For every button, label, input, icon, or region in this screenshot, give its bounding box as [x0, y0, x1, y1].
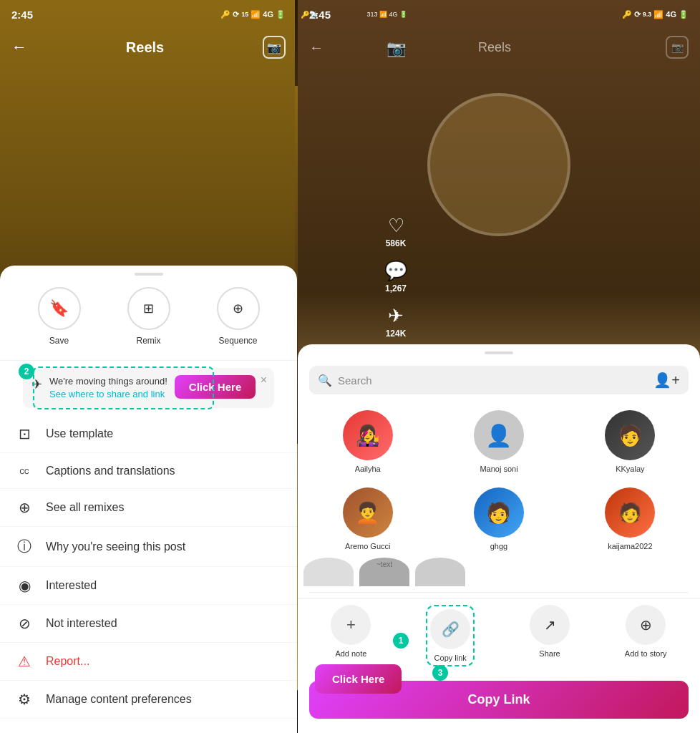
back-icon-right[interactable]: ←	[309, 39, 324, 56]
interested-icon: ◉	[14, 577, 34, 594]
report-icon: ⚠	[14, 653, 34, 670]
share-action-right[interactable]: ↗ Share	[530, 605, 570, 666]
manage-content-item[interactable]: ⚙ Manage content preferences	[0, 681, 297, 719]
nav-title-left: Reels	[126, 39, 164, 56]
badge-1: 1	[393, 633, 409, 649]
notification-banner-wrapper: 2 ✈ We're moving things around! See wher…	[11, 368, 286, 408]
top-nav-right: ← Reels 📷	[298, 29, 700, 66]
notification-banner: 2 ✈ We're moving things around! See wher…	[23, 368, 274, 408]
time-left: 2:45	[11, 9, 33, 21]
copy-link-label: Copy link	[434, 654, 467, 662]
copy-link-circle: 🔗	[430, 609, 470, 649]
copy-link-action[interactable]: 🔗 Copy link	[426, 605, 475, 666]
save-circle: 🔖	[38, 287, 81, 330]
remix-label: Remix	[136, 336, 160, 346]
manage-content-icon: ⚙	[14, 691, 34, 708]
add-story-label: Add to story	[625, 649, 667, 658]
add-person-icon[interactable]: 👤+	[653, 372, 680, 389]
user-kkyalay[interactable]: 🧑 KKyalay	[566, 410, 694, 473]
time-right: 2:45	[309, 9, 331, 21]
why-seeing-label: Why you're seeing this post	[46, 540, 185, 553]
users-row-2: 🧑‍🦱 Aremo Gucci 🧑 ghgg 🧑 kaijama2022	[298, 480, 700, 558]
user-manoj[interactable]: 👤 Manoj soni	[434, 410, 563, 473]
user-name-kkyalay: KKyalay	[616, 465, 644, 473]
user-avatar-aailyha: 👩‍🎤	[343, 410, 393, 460]
captions-label: Captions and translations	[46, 465, 175, 477]
user-avatar-manoj: 👤	[474, 410, 524, 460]
camera-icon-right[interactable]: 📷	[666, 36, 689, 59]
user-name-manoj: Manoj soni	[480, 465, 517, 473]
user-aremo[interactable]: 🧑‍🦱 Aremo Gucci	[303, 487, 432, 550]
save-action[interactable]: 🔖 Save	[38, 287, 81, 346]
partial-user-2: ~text	[359, 558, 409, 586]
report-item[interactable]: ⚠ Report...	[0, 643, 297, 681]
search-input[interactable]: Search	[338, 374, 648, 387]
why-seeing-icon: ⓘ	[14, 537, 34, 556]
save-label: Save	[49, 336, 69, 346]
manage-content-label: Manage content preferences	[46, 693, 192, 706]
partial-user-3	[415, 558, 465, 586]
see-remixes-item[interactable]: ⊕ See all remixes	[0, 489, 297, 527]
user-name-aailyha: Aailyha	[355, 465, 381, 473]
status-icons-left: 🔑 ⟳ 15 📶 4G 🔋	[220, 10, 286, 19]
add-story-action[interactable]: ⊕ Add to story	[625, 605, 667, 666]
users-row-1: 👩‍🎤 Aailyha 👤 Manoj soni 🧑 KKyalay	[298, 403, 700, 480]
interested-label: Interested	[46, 579, 97, 592]
share-divider	[309, 592, 689, 593]
like-count: 586K	[386, 238, 407, 248]
use-template-icon: ⊡	[14, 425, 34, 442]
share-action-mid[interactable]: ✈ 124K	[386, 305, 407, 339]
use-template-label: Use template	[46, 427, 113, 440]
like-action[interactable]: ♡ 586K	[386, 215, 407, 248]
click-here-button-left[interactable]: Click Here	[175, 375, 256, 399]
comment-count: 1,267	[385, 283, 407, 293]
badge-3: 3	[432, 665, 448, 681]
see-remixes-icon: ⊕	[14, 499, 34, 516]
why-seeing-item[interactable]: ⓘ Why you're seeing this post	[0, 527, 297, 567]
see-remixes-label: See all remixes	[46, 501, 124, 514]
user-kaijama[interactable]: 🧑 kaijama2022	[566, 487, 694, 550]
notification-badge: 2	[19, 364, 34, 379]
comment-action[interactable]: 💬 1,267	[384, 260, 407, 293]
search-bar[interactable]: 🔍 Search 👤+	[309, 366, 689, 394]
top-nav-left: ← Reels 📷	[0, 29, 297, 66]
side-actions-mid: ♡ 586K 💬 1,267 ✈ 124K ⋮	[384, 215, 407, 366]
notification-line1: We're moving things around!	[49, 375, 167, 388]
notification-text: We're moving things around! See where to…	[49, 375, 167, 401]
notification-line2: See where to share and link	[49, 388, 167, 401]
notification-close[interactable]: ×	[261, 374, 267, 387]
camera-icon-left[interactable]: 📷	[263, 36, 286, 59]
remix-circle: ⊞	[127, 287, 170, 330]
back-icon-left[interactable]: ←	[11, 38, 27, 57]
add-story-circle: ⊕	[626, 605, 666, 645]
click-here-float-button[interactable]: Click Here	[315, 664, 402, 694]
share-count: 124K	[386, 329, 407, 339]
right-phone: 2:45 🔑 ⟳ 9.3 📶 4G 🔋 ← Reels 📷 🔍 Search 👤…	[298, 0, 700, 733]
user-name-ghgg: ghgg	[490, 542, 507, 550]
add-note-label: Add note	[335, 649, 366, 658]
user-ghgg[interactable]: 🧑 ghgg	[434, 487, 563, 550]
users-row-3-partial: ~text	[298, 558, 700, 592]
share-label: Share	[539, 649, 560, 658]
not-interested-item[interactable]: ⊘ Not interested	[0, 605, 297, 643]
bowl-video-area	[298, 86, 700, 243]
sequence-action[interactable]: ⊕ Sequence	[217, 287, 260, 346]
captions-icon: ㏄	[14, 463, 34, 478]
not-interested-label: Not interested	[46, 617, 117, 630]
interested-item[interactable]: ◉ Interested	[0, 567, 297, 605]
sequence-circle: ⊕	[217, 287, 260, 330]
share-actions-row: + Add note 🔗 Copy link ↗ Share	[298, 598, 700, 675]
captions-item[interactable]: ㏄ Captions and translations	[0, 453, 297, 489]
add-note-action[interactable]: + Add note	[331, 605, 371, 666]
notification-icon: ✈	[31, 377, 42, 392]
share-sheet-handle	[485, 351, 513, 354]
user-aailyha[interactable]: 👩‍🎤 Aailyha	[303, 410, 432, 473]
search-icon: 🔍	[318, 374, 332, 387]
use-template-item[interactable]: ⊡ Use template	[0, 415, 297, 453]
status-icons-right: 🔑 ⟳ 9.3 📶 4G 🔋	[622, 10, 689, 19]
sheet-handle	[135, 273, 163, 276]
left-phone: 2:45 🔑 ⟳ 15 📶 4G 🔋 ← Reels 📷 🔖 Save ⊞	[0, 0, 297, 733]
share-circle: ↗	[530, 605, 570, 645]
nav-title-right: Reels	[478, 40, 511, 55]
remix-action[interactable]: ⊞ Remix	[127, 287, 170, 346]
